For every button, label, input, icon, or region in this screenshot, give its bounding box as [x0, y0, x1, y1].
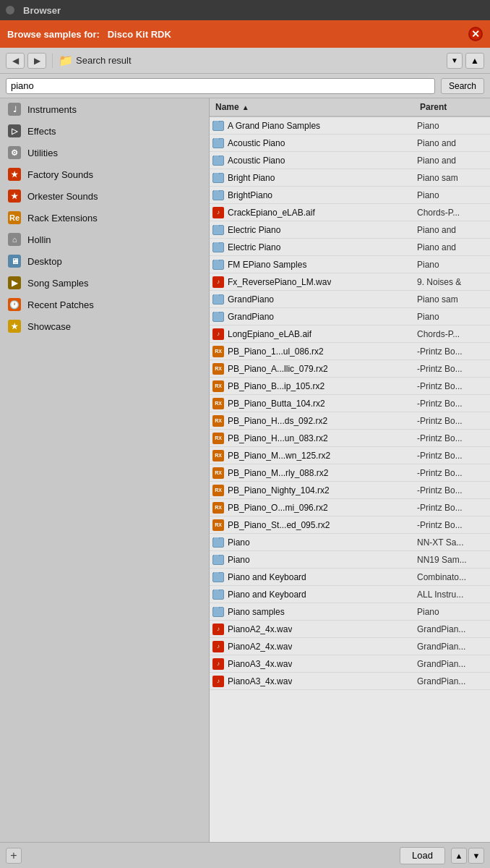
file-row-name-cell: RXPB_Piano_H...un_083.rx2	[210, 433, 414, 444]
file-row[interactable]: RXPB_Piano_St...ed_095.rx2-Printz Bo...	[210, 516, 490, 534]
sidebar-item-desktop[interactable]: 🖥Desktop	[0, 250, 209, 272]
file-row-name-cell: ♪PianoA2_4x.wav	[210, 624, 414, 635]
file-parent-text: Piano and	[414, 138, 490, 148]
file-row[interactable]: Electric PianoPiano and	[210, 221, 490, 239]
sidebar-item-instruments[interactable]: ♩Instruments	[0, 98, 209, 120]
sidebar-item-song-samples[interactable]: ▶Song Samples	[0, 272, 209, 294]
main-content: ♩Instruments▷Effects⚙Utilities★Factory S…	[0, 98, 490, 842]
file-row[interactable]: Piano and KeyboardCombinato...	[210, 569, 490, 586]
file-name-text: GrandPiano	[228, 312, 274, 322]
file-row[interactable]: RXPB_Piano_A...llic_079.rx2-Printz Bo...	[210, 360, 490, 378]
file-list[interactable]: A Grand Piano SamplesPianoAcoustic Piano…	[210, 117, 490, 842]
rx2-file-icon: RX	[212, 467, 224, 479]
file-row[interactable]: RXPB_Piano_H...ds_092.rx2-Printz Bo...	[210, 412, 490, 430]
file-name-text: Fx_ReversePiano_LM.wav	[228, 277, 331, 287]
down-arrow-button[interactable]: ▼	[468, 848, 484, 864]
col-name-header[interactable]: Name ▲	[210, 102, 414, 112]
file-row[interactable]: A Grand Piano SamplesPiano	[210, 117, 490, 135]
file-row[interactable]: ♪CrackEpiano_eLAB.aifChords-P...	[210, 204, 490, 221]
file-name-text: PB_Piano_A...llic_079.rx2	[228, 364, 328, 374]
rx2-file-icon: RX	[212, 415, 224, 427]
file-row[interactable]: PianoNN-XT Sa...	[210, 534, 490, 551]
file-row[interactable]: GrandPianoPiano	[210, 308, 490, 326]
file-parent-text: -Printz Bo...	[414, 346, 490, 357]
file-name-text: Piano samples	[228, 607, 285, 617]
file-parent-text: Chords-P...	[414, 329, 490, 339]
file-parent-text: Piano and	[414, 242, 490, 252]
file-row[interactable]: Acoustic PianoPiano and	[210, 135, 490, 152]
file-row-name-cell: RXPB_Piano_H...ds_092.rx2	[210, 415, 414, 427]
title-bar-title: Browser	[23, 5, 61, 16]
file-name-text: PianoA2_4x.wav	[228, 642, 292, 652]
effects-icon: ▷	[7, 124, 22, 138]
file-row[interactable]: RXPB_Piano_M...rly_088.rx2-Printz Bo...	[210, 464, 490, 482]
sidebar-item-rack-extensions[interactable]: ReRack Extensions	[0, 207, 209, 229]
file-row[interactable]: Piano samplesPiano	[210, 603, 490, 621]
file-name-text: Piano	[228, 537, 250, 548]
add-button[interactable]: +	[6, 848, 22, 864]
file-row-name-cell: Acoustic Piano	[210, 138, 414, 148]
nav-dropdown-button[interactable]: ▼	[447, 53, 463, 69]
sidebar-item-factory-sounds[interactable]: ★Factory Sounds	[0, 163, 209, 185]
file-parent-text: Piano	[414, 121, 490, 131]
file-row[interactable]: ♪PianoA3_4x.wavGrandPian...	[210, 655, 490, 673]
sidebar-item-showcase[interactable]: ★Showcase	[0, 315, 209, 337]
file-name-text: CrackEpiano_eLAB.aif	[228, 208, 315, 218]
file-parent-text: Combinato...	[414, 572, 490, 582]
file-row[interactable]: RXPB_Piano_B...ip_105.rx2-Printz Bo...	[210, 378, 490, 395]
nav-separator	[52, 54, 53, 68]
up-arrow-button[interactable]: ▲	[451, 848, 467, 864]
back-button[interactable]: ◀	[6, 53, 25, 69]
file-row[interactable]: ♪PianoA3_4x.wavGrandPian...	[210, 673, 490, 690]
sidebar-item-label-showcase: Showcase	[27, 321, 71, 332]
rx2-file-icon: RX	[212, 485, 224, 496]
file-row[interactable]: RXPB_Piano_O...mi_096.rx2-Printz Bo...	[210, 499, 490, 516]
file-row-name-cell: A Grand Piano Samples	[210, 121, 414, 131]
search-button[interactable]: Search	[441, 78, 484, 94]
load-button[interactable]: Load	[400, 847, 445, 864]
folder-icon	[212, 156, 224, 166]
sidebar-item-hollin[interactable]: ⌂Hollin	[0, 229, 209, 250]
file-row-name-cell: ♪PianoA3_4x.wav	[210, 658, 414, 670]
file-row[interactable]: RXPB_Piano_1...ul_086.rx2-Printz Bo...	[210, 343, 490, 360]
col-parent-header: Parent	[414, 102, 490, 112]
file-row[interactable]: RXPB_Piano_H...un_083.rx2-Printz Bo...	[210, 430, 490, 447]
file-parent-text: 9. Noises &	[414, 277, 490, 287]
search-input[interactable]	[6, 78, 435, 94]
sidebar-item-recent-patches[interactable]: 🕐Recent Patches	[0, 294, 209, 315]
file-row[interactable]: RXPB_Piano_Nighty_104.rx2-Printz Bo...	[210, 482, 490, 499]
file-row-name-cell: ♪LongEpiano_eLAB.aif	[210, 328, 414, 340]
sidebar-item-label-utilities: Utilities	[27, 148, 58, 158]
file-name-text: PianoA3_4x.wav	[228, 676, 292, 686]
file-row[interactable]: RXPB_Piano_M...wn_125.rx2-Printz Bo...	[210, 447, 490, 464]
file-parent-text: GrandPian...	[414, 676, 490, 686]
file-row[interactable]: Electric PianoPiano and	[210, 239, 490, 256]
file-row[interactable]: RXPB_Piano_Butta_104.rx2-Printz Bo...	[210, 395, 490, 412]
file-row-name-cell: Piano and Keyboard	[210, 572, 414, 582]
sidebar-item-orkester-sounds[interactable]: ★Orkester Sounds	[0, 185, 209, 207]
file-row-name-cell: Piano	[210, 537, 414, 548]
instruments-icon: ♩	[7, 102, 22, 116]
file-row[interactable]: Bright PianoPiano sam	[210, 169, 490, 187]
file-row[interactable]: GrandPianoPiano sam	[210, 291, 490, 308]
sidebar-item-effects[interactable]: ▷Effects	[0, 120, 209, 142]
file-row[interactable]: FM EPiano SamplesPiano	[210, 256, 490, 273]
file-row[interactable]: Piano and KeyboardALL Instru...	[210, 586, 490, 603]
rx2-file-icon: RX	[212, 450, 224, 461]
file-row[interactable]: ♪LongEpiano_eLAB.aifChords-P...	[210, 326, 490, 343]
file-row[interactable]: ♪PianoA2_4x.wavGrandPian...	[210, 621, 490, 638]
file-parent-text: -Printz Bo...	[414, 451, 490, 461]
file-row[interactable]: PianoNN19 Sam...	[210, 551, 490, 569]
nav-up-button[interactable]: ▲	[465, 53, 484, 69]
file-row[interactable]: BrightPianoPiano	[210, 187, 490, 204]
file-row[interactable]: Acoustic PianoPiano and	[210, 152, 490, 169]
folder-icon	[212, 590, 224, 600]
file-row[interactable]: ♪Fx_ReversePiano_LM.wav9. Noises &	[210, 273, 490, 291]
folder-icon	[212, 225, 224, 235]
utilities-icon: ⚙	[7, 145, 22, 160]
sidebar-item-utilities[interactable]: ⚙Utilities	[0, 142, 209, 163]
close-button[interactable]: ✕	[468, 27, 483, 41]
file-row[interactable]: ♪PianoA2_4x.wavGrandPian...	[210, 638, 490, 655]
file-row-name-cell: RXPB_Piano_M...wn_125.rx2	[210, 450, 414, 461]
forward-button[interactable]: ▶	[27, 53, 46, 69]
